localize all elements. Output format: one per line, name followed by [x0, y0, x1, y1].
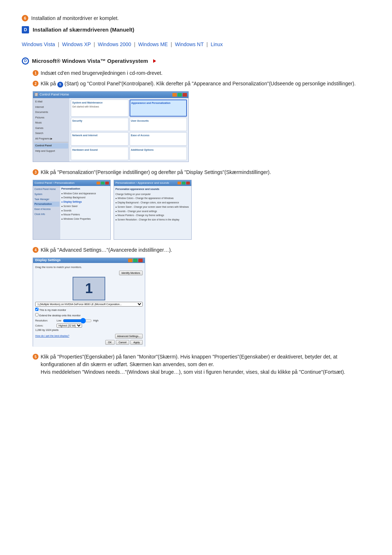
pers-main-left: Personalization ● Window Color and Appea… — [60, 186, 110, 239]
ds-close-btn[interactable] — [138, 259, 143, 262]
sidebar-item-internet[interactable]: Internet — [34, 105, 68, 110]
ds-checkbox-1-row: This is my main monitor — [35, 308, 143, 312]
pers-sidebar-item-5[interactable]: Clock Info — [34, 212, 60, 217]
link-windows-xp[interactable]: Windows XP — [62, 41, 91, 47]
ds-extend-desktop-checkbox[interactable] — [35, 313, 38, 316]
link-windows-nt[interactable]: Windows NT — [175, 41, 204, 47]
ds-resolution-label: Resolution: — [35, 319, 55, 323]
ds-bottom-row: How do I get the best display? Advanced … — [35, 334, 143, 339]
ds-apply-btn[interactable]: Apply — [130, 340, 143, 345]
pers-right-item-4[interactable]: ● Sounds - Change your sound settings — [115, 210, 190, 213]
sidebar-item-documents[interactable]: Documents — [34, 110, 68, 115]
pers-item-3-active[interactable]: ● Display Settings — [61, 200, 109, 204]
advanced-settings-btn[interactable]: Advanced Settings... — [115, 334, 143, 339]
ds-cancel-btn[interactable]: Cancel — [116, 340, 130, 345]
minimize-btn[interactable] — [172, 93, 177, 97]
pers-item-4[interactable]: ● Screen Saver — [61, 204, 109, 208]
win-titlebar-buttons — [172, 93, 187, 97]
step-1-text: Indsæt cd'en med brugervejledningen i cd… — [41, 69, 163, 77]
ds-max-btn[interactable] — [133, 259, 138, 262]
pers-sidebar-item-1[interactable]: Control Panel Home — [34, 187, 60, 192]
link-windows-vista[interactable]: Windows Vista — [22, 41, 55, 47]
pers-sidebar-item-3[interactable]: Task Manager — [34, 197, 60, 202]
panel-useracc-title: User Accounts — [131, 119, 186, 123]
pers-right-item-2[interactable]: ● Display Background - Change colors, si… — [115, 201, 190, 204]
pers-item-6[interactable]: ● Mouse Pointers — [61, 213, 109, 216]
pers-right-item-5[interactable]: ● Mouse Pointers - Change my theme setti… — [115, 214, 190, 217]
step-5-text: Klik på "Properties"(Egenskaber) på fane… — [41, 353, 370, 376]
sidebar-item-email[interactable]: E-Mail — [34, 99, 68, 105]
ds-min-btn[interactable] — [128, 259, 132, 262]
start-button-icon: S — [57, 82, 63, 88]
maximize-btn[interactable] — [177, 93, 182, 97]
panel-security-title: Security — [72, 119, 127, 123]
pers-right-title: Personalize appearance and sounds — [115, 187, 190, 191]
close-btn[interactable] — [183, 93, 187, 97]
separator-3: | — [134, 41, 137, 47]
pers-main-title: Personalization — [61, 187, 109, 191]
pers-right-item-3[interactable]: ● Screen Saver - Change your screen save… — [115, 205, 190, 209]
pers-sidebar-item-active[interactable]: Personalization — [34, 202, 60, 207]
step-complete-line: 6 Installation af monitordriver er kompl… — [22, 15, 370, 22]
personalization-window-right: Personalization › Appearance and sounds … — [114, 180, 192, 240]
ds-monitor-display: 1 — [73, 277, 105, 300]
pers-titlebar-left: Control Panel › Personalization — [33, 180, 110, 186]
panel-user-accounts: User Accounts — [130, 118, 187, 131]
minimize-icon — [97, 182, 100, 185]
pers-item-2[interactable]: ● Desktop Background — [61, 196, 109, 199]
win-sidebar: E-Mail Internet Documents Pictures Music… — [33, 98, 69, 162]
step-complete-badge: 6 — [22, 15, 28, 21]
separator-2: | — [94, 41, 97, 47]
step-3: 3 Klik på "Personalization"(Personlige i… — [33, 169, 370, 176]
panel-system: System and Maintenance Get started with … — [71, 100, 128, 117]
sidebar-item-pictures[interactable]: Pictures — [34, 115, 68, 121]
step-3-text: Klik på "Personalization"(Personlige ind… — [41, 169, 271, 176]
link-windows-me[interactable]: Windows ME — [138, 41, 168, 47]
ds-colors-select[interactable]: Highest (32 bit) — [57, 324, 82, 328]
sidebar-item-control-panel[interactable]: Control Panel — [34, 143, 68, 149]
pers-sidebar-item-2[interactable]: System — [34, 192, 60, 197]
ds-resolution-slider[interactable] — [63, 319, 92, 322]
panel-system-title: System and Maintenance — [72, 101, 127, 105]
step-1: 1 Indsæt cd'en med brugervejledningen i … — [33, 69, 370, 77]
sidebar-item-search[interactable]: Search — [34, 131, 68, 136]
ds-main-monitor-checkbox[interactable] — [35, 308, 38, 311]
sidebar-item-help[interactable]: Help and Support — [34, 149, 68, 154]
ds-identify-row: Identify Monitors — [35, 271, 143, 275]
pers-sidebar-item-4[interactable]: Ease of Access — [34, 207, 60, 212]
pers-item-7[interactable]: ● Windows Color Properties — [61, 217, 109, 221]
vista-section: D Microsoft® Windows Vista™ Operativsyst… — [22, 57, 370, 376]
ds-checkbox-2-row: Extend the desktop onto this monitor — [35, 313, 143, 318]
ds-colors-row: Colors: Highest (32 bit) — [35, 324, 143, 328]
step-2-badge: 2 — [33, 81, 38, 86]
link-linux[interactable]: Linux — [211, 41, 222, 47]
vista-header: D Microsoft® Windows Vista™ Operativsyst… — [22, 57, 370, 65]
pers-item-5[interactable]: ● Sounds — [61, 209, 109, 212]
ds-extend-desktop-label: Extend the desktop onto this monitor — [39, 314, 81, 317]
pers-item-1[interactable]: ● Window Color and Appearance — [61, 192, 109, 195]
sidebar-item-programs[interactable]: All Programs ▶ — [34, 136, 68, 142]
step-5-badge: 5 — [33, 354, 38, 360]
ds-help-link[interactable]: How do I get the best display? — [35, 334, 69, 338]
section-title: Installation af skærmdriveren (Manuelt) — [33, 26, 134, 34]
personalization-screenshots: Control Panel › Personalization Control … — [33, 180, 370, 240]
step-5: 5 Klik på "Properties"(Egenskaber) på fa… — [33, 353, 370, 376]
ds-ok-btn[interactable]: OK — [105, 340, 115, 345]
sidebar-item-games[interactable]: Games — [34, 126, 68, 131]
close-icon-r — [186, 182, 190, 185]
pers-right-item-6[interactable]: ● Screen Resolution - Change the size of… — [115, 218, 190, 222]
disc-icon: D — [22, 57, 29, 65]
ds-monitor-select[interactable]: 1.(Multiple Monitors) on NVIDIA GeForce … — [35, 302, 143, 307]
identify-monitors-btn[interactable]: Identify Monitors — [119, 271, 143, 275]
display-settings-screenshot: Display Settings Drag the icons to match… — [33, 258, 370, 347]
close-icon — [105, 182, 109, 185]
step-4-text: Klik på "Advanced Settings…"(Avancerede … — [41, 246, 172, 254]
step-complete-text: Installation af monitordriver er komplet… — [31, 15, 119, 22]
panel-additional: Additional Options — [130, 147, 187, 160]
pers-right-item-1[interactable]: ● Window Colors - Change the appearance … — [115, 197, 190, 200]
step-2-text: Klik på S (Start) og "Control Panel"(Kon… — [41, 80, 356, 88]
ds-title-text: Display Settings — [35, 258, 61, 263]
link-windows-2000[interactable]: Windows 2000 — [98, 41, 131, 47]
sidebar-item-music[interactable]: Music — [34, 120, 68, 126]
panel-appearance[interactable]: Appearance and Personalization — [130, 100, 187, 117]
